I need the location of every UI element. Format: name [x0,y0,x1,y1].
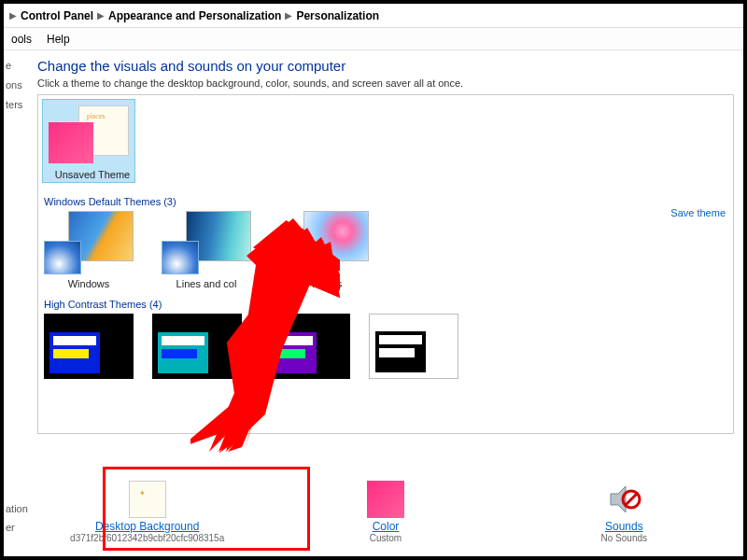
theme-item-hc4[interactable] [369,314,458,383]
menu-tools[interactable]: ools [11,33,32,46]
bottom-sounds[interactable]: Sounds No Sounds [521,481,726,543]
theme-item-windows[interactable]: Windows [44,211,134,289]
section-hc-label: High Contrast Themes (4) [44,299,733,310]
chevron-right-icon: ▶ [97,10,105,21]
theme-panel: Unsaved Theme Save theme Windows Default… [37,94,734,434]
theme-item-lines[interactable]: Lines and col [162,211,251,289]
link-desktop-bg[interactable]: Desktop Background [45,520,250,533]
color-icon [367,481,404,518]
sidebar-item[interactable]: ters [6,95,26,115]
link-sounds[interactable]: Sounds [521,520,726,533]
theme-item-flowers[interactable]: Flowers [279,211,369,289]
page-title: Change the visuals and sounds on your co… [37,58,734,74]
sidebar: e ons ters [4,50,28,556]
color-sub: Custom [283,533,488,543]
menu-bar: ools Help [4,28,743,50]
bottom-color[interactable]: Color Custom [283,481,488,543]
breadcrumb-item[interactable]: Personalization [296,9,379,22]
breadcrumb[interactable]: ▶ Control Panel ▶ Appearance and Persona… [4,4,743,28]
sidebar-item[interactable]: ons [6,76,26,95]
sidebar-bottom: ation er [6,500,28,538]
link-color[interactable]: Color [283,520,488,533]
sounds-icon [605,481,642,518]
theme-row-default: Windows Lines and col Flowers [38,211,733,289]
desktop-bg-sub: d371f2bf6012342b9cbf20cfc908315a [45,533,250,543]
theme-label: Lines and col [176,278,237,289]
chevron-right-icon: ▶ [285,10,292,21]
wallpaper-icon: ✦ [129,481,166,518]
section-default-label: Windows Default Themes (3) [44,196,733,207]
theme-current[interactable]: Unsaved Theme [42,99,135,183]
theme-item-hc2[interactable] [152,314,242,383]
sidebar-item[interactable]: e [6,56,26,76]
chevron-right-icon: ▶ [9,10,17,21]
bottom-desktop-bg[interactable]: ✦ Desktop Background d371f2bf6012342b9cb… [45,481,250,543]
theme-item-hc1[interactable] [44,314,134,383]
theme-row-hc [38,314,733,383]
breadcrumb-item[interactable]: Control Panel [21,9,93,22]
save-theme-link[interactable]: Save theme [670,207,726,218]
sidebar-item[interactable]: ation [6,500,28,519]
sidebar-item[interactable]: er [6,519,28,538]
svg-line-1 [626,494,637,505]
breadcrumb-item[interactable]: Appearance and Personalization [108,9,281,22]
menu-help[interactable]: Help [47,33,70,46]
theme-current-label: Unsaved Theme [47,169,138,180]
theme-label: Flowers [306,278,343,289]
sounds-sub: No Sounds [521,533,726,543]
bottom-bar: ✦ Desktop Background d371f2bf6012342b9cb… [28,467,743,556]
theme-item-hc3[interactable] [261,314,350,383]
page-subtitle: Click a theme to change the desktop back… [37,77,734,89]
color-swatch [49,122,93,163]
theme-label: Windows [68,278,110,289]
